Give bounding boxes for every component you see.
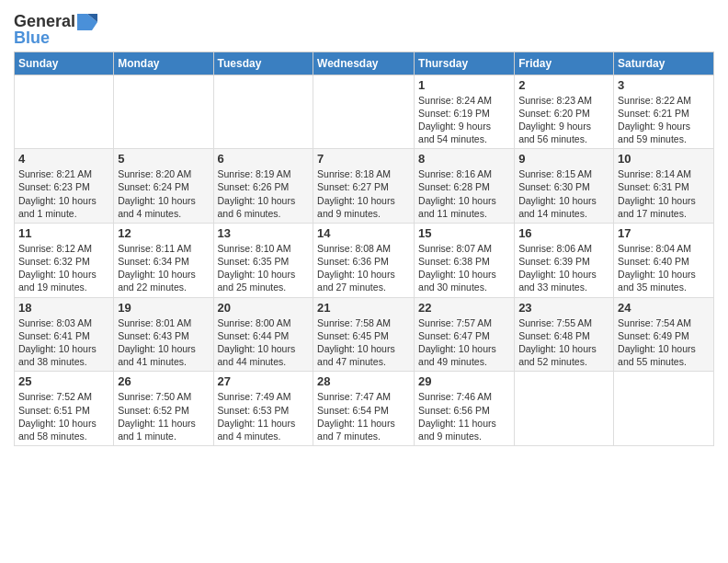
col-header-thursday: Thursday: [415, 52, 515, 75]
calendar-day-cell: 6Sunrise: 8:19 AM Sunset: 6:26 PM Daylig…: [213, 149, 313, 224]
calendar-day-cell: 11Sunrise: 8:12 AM Sunset: 6:32 PM Dayli…: [15, 223, 114, 297]
calendar-day-cell: 10Sunrise: 8:14 AM Sunset: 6:31 PM Dayli…: [614, 149, 714, 224]
day-number: 8: [418, 152, 510, 166]
calendar-day-cell: 22Sunrise: 7:57 AM Sunset: 6:47 PM Dayli…: [415, 297, 515, 372]
day-number: 5: [118, 152, 209, 166]
day-number: 10: [618, 152, 710, 166]
calendar-day-cell: 26Sunrise: 7:50 AM Sunset: 6:52 PM Dayli…: [114, 372, 213, 446]
day-number: 9: [518, 152, 609, 166]
day-number: 4: [18, 152, 109, 166]
logo-icon: [77, 14, 97, 30]
day-number: 19: [118, 301, 209, 315]
day-detail: Sunrise: 8:23 AM Sunset: 6:20 PM Dayligh…: [518, 94, 609, 146]
day-number: 12: [118, 226, 209, 240]
calendar-day-cell: 29Sunrise: 7:46 AM Sunset: 6:56 PM Dayli…: [415, 372, 515, 446]
calendar-day-cell: 17Sunrise: 8:04 AM Sunset: 6:40 PM Dayli…: [614, 223, 714, 297]
day-number: 16: [518, 226, 609, 240]
calendar-week-row: 25Sunrise: 7:52 AM Sunset: 6:51 PM Dayli…: [15, 372, 714, 446]
day-detail: Sunrise: 8:22 AM Sunset: 6:21 PM Dayligh…: [618, 94, 710, 146]
calendar-table: SundayMondayTuesdayWednesdayThursdayFrid…: [14, 52, 714, 446]
day-detail: Sunrise: 8:24 AM Sunset: 6:19 PM Dayligh…: [418, 94, 510, 146]
day-detail: Sunrise: 7:46 AM Sunset: 6:56 PM Dayligh…: [418, 390, 510, 442]
calendar-day-cell: 21Sunrise: 7:58 AM Sunset: 6:45 PM Dayli…: [313, 297, 415, 372]
calendar-day-cell: 23Sunrise: 7:55 AM Sunset: 6:48 PM Dayli…: [515, 297, 614, 372]
day-detail: Sunrise: 7:58 AM Sunset: 6:45 PM Dayligh…: [317, 316, 410, 369]
calendar-header-row: SundayMondayTuesdayWednesdayThursdayFrid…: [15, 52, 714, 75]
calendar-day-cell: 4Sunrise: 8:21 AM Sunset: 6:23 PM Daylig…: [15, 149, 114, 224]
day-number: 29: [418, 374, 510, 388]
calendar-day-cell: 9Sunrise: 8:15 AM Sunset: 6:30 PM Daylig…: [515, 149, 614, 224]
calendar-week-row: 4Sunrise: 8:21 AM Sunset: 6:23 PM Daylig…: [15, 149, 714, 224]
col-header-friday: Friday: [515, 52, 614, 75]
col-header-sunday: Sunday: [15, 52, 114, 75]
calendar-day-cell: 20Sunrise: 8:00 AM Sunset: 6:44 PM Dayli…: [213, 297, 313, 372]
calendar-day-cell: 15Sunrise: 8:07 AM Sunset: 6:38 PM Dayli…: [415, 223, 515, 297]
day-detail: Sunrise: 7:49 AM Sunset: 6:53 PM Dayligh…: [218, 390, 310, 442]
day-detail: Sunrise: 8:21 AM Sunset: 6:23 PM Dayligh…: [18, 167, 109, 220]
col-header-saturday: Saturday: [614, 52, 714, 75]
day-detail: Sunrise: 7:47 AM Sunset: 6:54 PM Dayligh…: [317, 390, 410, 442]
calendar-week-row: 11Sunrise: 8:12 AM Sunset: 6:32 PM Dayli…: [15, 223, 714, 297]
calendar-day-cell: 16Sunrise: 8:06 AM Sunset: 6:39 PM Dayli…: [515, 223, 614, 297]
page-header: General Blue: [14, 9, 714, 48]
day-number: 21: [317, 301, 410, 315]
day-detail: Sunrise: 7:54 AM Sunset: 6:49 PM Dayligh…: [618, 316, 710, 369]
calendar-day-cell: 28Sunrise: 7:47 AM Sunset: 6:54 PM Dayli…: [313, 372, 415, 446]
day-detail: Sunrise: 8:03 AM Sunset: 6:41 PM Dayligh…: [18, 316, 109, 369]
day-detail: Sunrise: 7:55 AM Sunset: 6:48 PM Dayligh…: [518, 316, 609, 369]
calendar-day-cell: 13Sunrise: 8:10 AM Sunset: 6:35 PM Dayli…: [213, 223, 313, 297]
day-detail: Sunrise: 8:12 AM Sunset: 6:32 PM Dayligh…: [18, 242, 109, 294]
day-number: 3: [618, 78, 710, 92]
day-number: 25: [18, 374, 109, 388]
day-detail: Sunrise: 8:04 AM Sunset: 6:40 PM Dayligh…: [618, 242, 710, 294]
calendar-day-cell: 8Sunrise: 8:16 AM Sunset: 6:28 PM Daylig…: [415, 149, 515, 224]
day-detail: Sunrise: 8:14 AM Sunset: 6:31 PM Dayligh…: [618, 167, 710, 220]
day-number: 14: [317, 226, 410, 240]
day-detail: Sunrise: 8:08 AM Sunset: 6:36 PM Dayligh…: [317, 242, 410, 294]
calendar-day-cell: 7Sunrise: 8:18 AM Sunset: 6:27 PM Daylig…: [313, 149, 415, 224]
day-number: 15: [418, 226, 510, 240]
calendar-day-cell: 19Sunrise: 8:01 AM Sunset: 6:43 PM Dayli…: [114, 297, 213, 372]
calendar-day-cell: 27Sunrise: 7:49 AM Sunset: 6:53 PM Dayli…: [213, 372, 313, 446]
day-number: 20: [218, 301, 310, 315]
col-header-wednesday: Wednesday: [313, 52, 415, 75]
calendar-day-cell: 14Sunrise: 8:08 AM Sunset: 6:36 PM Dayli…: [313, 223, 415, 297]
calendar-week-row: 18Sunrise: 8:03 AM Sunset: 6:41 PM Dayli…: [15, 297, 714, 372]
day-number: 13: [218, 226, 310, 240]
day-detail: Sunrise: 8:20 AM Sunset: 6:24 PM Dayligh…: [118, 167, 209, 220]
calendar-day-cell: [114, 75, 213, 149]
day-detail: Sunrise: 7:52 AM Sunset: 6:51 PM Dayligh…: [18, 390, 109, 442]
day-number: 23: [518, 301, 609, 315]
day-detail: Sunrise: 7:50 AM Sunset: 6:52 PM Dayligh…: [118, 390, 209, 442]
day-detail: Sunrise: 8:07 AM Sunset: 6:38 PM Dayligh…: [418, 242, 510, 294]
day-number: 1: [418, 78, 510, 92]
day-number: 6: [218, 152, 310, 166]
day-number: 2: [518, 78, 609, 92]
calendar-day-cell: 2Sunrise: 8:23 AM Sunset: 6:20 PM Daylig…: [515, 75, 614, 149]
calendar-day-cell: [313, 75, 415, 149]
calendar-day-cell: 5Sunrise: 8:20 AM Sunset: 6:24 PM Daylig…: [114, 149, 213, 224]
calendar-week-row: 1Sunrise: 8:24 AM Sunset: 6:19 PM Daylig…: [15, 75, 714, 149]
day-detail: Sunrise: 8:19 AM Sunset: 6:26 PM Dayligh…: [218, 167, 310, 220]
logo: General Blue: [14, 13, 97, 48]
col-header-monday: Monday: [114, 52, 213, 75]
day-detail: Sunrise: 8:16 AM Sunset: 6:28 PM Dayligh…: [418, 167, 510, 220]
day-detail: Sunrise: 8:10 AM Sunset: 6:35 PM Dayligh…: [218, 242, 310, 294]
day-number: 28: [317, 374, 410, 388]
logo-blue: Blue: [14, 29, 50, 48]
day-number: 17: [618, 226, 710, 240]
day-detail: Sunrise: 8:11 AM Sunset: 6:34 PM Dayligh…: [118, 242, 209, 294]
day-detail: Sunrise: 8:06 AM Sunset: 6:39 PM Dayligh…: [518, 242, 609, 294]
day-number: 18: [18, 301, 109, 315]
day-detail: Sunrise: 8:01 AM Sunset: 6:43 PM Dayligh…: [118, 316, 209, 369]
calendar-day-cell: 12Sunrise: 8:11 AM Sunset: 6:34 PM Dayli…: [114, 223, 213, 297]
day-detail: Sunrise: 7:57 AM Sunset: 6:47 PM Dayligh…: [418, 316, 510, 369]
day-number: 27: [218, 374, 310, 388]
calendar-day-cell: 25Sunrise: 7:52 AM Sunset: 6:51 PM Dayli…: [15, 372, 114, 446]
day-detail: Sunrise: 8:15 AM Sunset: 6:30 PM Dayligh…: [518, 167, 609, 220]
calendar-day-cell: 24Sunrise: 7:54 AM Sunset: 6:49 PM Dayli…: [614, 297, 714, 372]
calendar-day-cell: 3Sunrise: 8:22 AM Sunset: 6:21 PM Daylig…: [614, 75, 714, 149]
calendar-day-cell: [213, 75, 313, 149]
day-number: 26: [118, 374, 209, 388]
day-number: 22: [418, 301, 510, 315]
